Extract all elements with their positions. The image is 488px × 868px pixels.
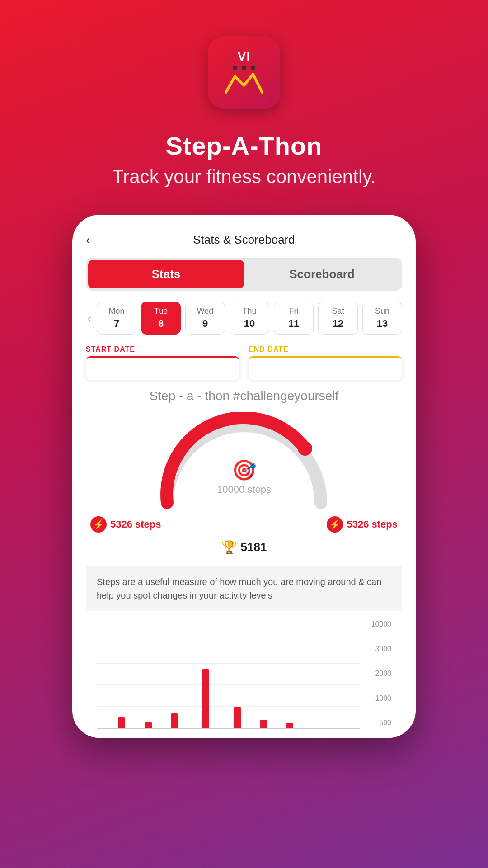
chart-bar-2: [171, 713, 178, 728]
chart-bar-4: [234, 707, 241, 728]
chart-area: 10000 3000 2000 1000 500: [97, 620, 391, 729]
day-fri[interactable]: Fri 11: [274, 302, 314, 335]
steps-info-row: ⚡ 5326 steps ⚡ 5326 steps: [86, 516, 402, 533]
description-text: Steps are a useful measure of how much y…: [86, 566, 402, 611]
y-label-1000: 1000: [364, 694, 391, 703]
phone-mockup: ‹ Stats & Scoreboard Stats Scoreboard ‹ …: [72, 215, 416, 738]
grid-line-1: [97, 642, 360, 642]
tab-scoreboard[interactable]: Scoreboard: [244, 260, 400, 288]
trophy-row: 🏆 5181: [86, 540, 402, 555]
date-range-section: START DATE END DATE: [86, 345, 402, 380]
app-title: Step-A-Thon: [112, 131, 376, 160]
days-container: ‹ Mon 7 Tue 8 Wed 9 Thu 10 Fri 11: [86, 302, 402, 335]
grid-line-2: [97, 663, 360, 664]
chart-bar-1: [145, 722, 152, 728]
back-button[interactable]: ‹: [86, 233, 90, 247]
end-date-label: END DATE: [249, 345, 402, 354]
y-axis: 10000 3000 2000 1000 500: [364, 620, 391, 729]
challenge-title: Step - a - thon #challengeyourself: [86, 389, 402, 403]
days-row: Mon 7 Tue 8 Wed 9 Thu 10 Fri 11 Sat 12: [97, 302, 402, 335]
app-subtitle: Track your fitness conveniently.: [112, 166, 376, 188]
day-wed[interactable]: Wed 9: [185, 302, 225, 335]
start-date-label: START DATE: [86, 345, 239, 354]
steps-right-icon: ⚡: [327, 516, 343, 533]
day-mon[interactable]: Mon 7: [97, 302, 136, 335]
gauge-container: 🎯 10000 steps: [86, 412, 402, 512]
start-date-field[interactable]: START DATE: [86, 345, 239, 380]
y-label-2000: 2000: [364, 670, 391, 678]
chart-bar-5: [260, 720, 267, 728]
grid-line-4: [97, 706, 360, 707]
screen-header: ‹ Stats & Scoreboard: [86, 233, 402, 247]
grid-line-3: [97, 684, 360, 685]
dot-1: [233, 66, 237, 70]
end-date-box[interactable]: [249, 356, 402, 380]
steps-left-icon: ⚡: [90, 516, 107, 533]
trophy-icon: 🏆: [221, 540, 237, 555]
start-date-box[interactable]: [86, 356, 239, 380]
day-sun[interactable]: Sun 13: [362, 302, 402, 335]
chart-bar-3: [202, 669, 209, 728]
dot-2: [242, 66, 246, 70]
tab-bar: Stats Scoreboard: [86, 258, 402, 291]
mountain-icon: [221, 72, 267, 94]
app-icon: VI: [208, 36, 280, 108]
y-label-10000: 10000: [364, 620, 391, 628]
steps-left: ⚡ 5326 steps: [90, 516, 161, 533]
gauge-steps-label: 10000 steps: [217, 484, 271, 495]
day-sat[interactable]: Sat 12: [318, 302, 358, 335]
svg-point-0: [298, 441, 312, 456]
tab-stats[interactable]: Stats: [88, 260, 244, 288]
y-label-500: 500: [364, 719, 391, 727]
chart-container: 10000 3000 2000 1000 500: [86, 611, 402, 738]
days-prev-button[interactable]: ‹: [86, 312, 93, 325]
steps-left-count: 5326 steps: [110, 519, 161, 530]
chart-bar-0: [118, 717, 125, 728]
day-thu[interactable]: Thu 10: [230, 302, 269, 335]
day-tue[interactable]: Tue 8: [141, 302, 181, 335]
chart-inner: [97, 620, 360, 729]
title-section: Step-A-Thon Track your fitness convenien…: [112, 131, 376, 188]
trophy-value: 5181: [241, 540, 267, 554]
steps-right-count: 5326 steps: [347, 519, 398, 530]
target-icon: 🎯: [217, 458, 271, 482]
steps-right: ⚡ 5326 steps: [327, 516, 398, 533]
dots-decoration: [233, 66, 255, 70]
gauge-center: 🎯 10000 steps: [217, 458, 271, 495]
dot-3: [251, 66, 255, 70]
end-date-field[interactable]: END DATE: [249, 345, 402, 380]
y-label-3000: 3000: [364, 645, 391, 653]
screen-title: Stats & Scoreboard: [193, 233, 295, 247]
vi-logo-text: VI: [238, 50, 250, 63]
chart-bar-6: [286, 723, 293, 728]
